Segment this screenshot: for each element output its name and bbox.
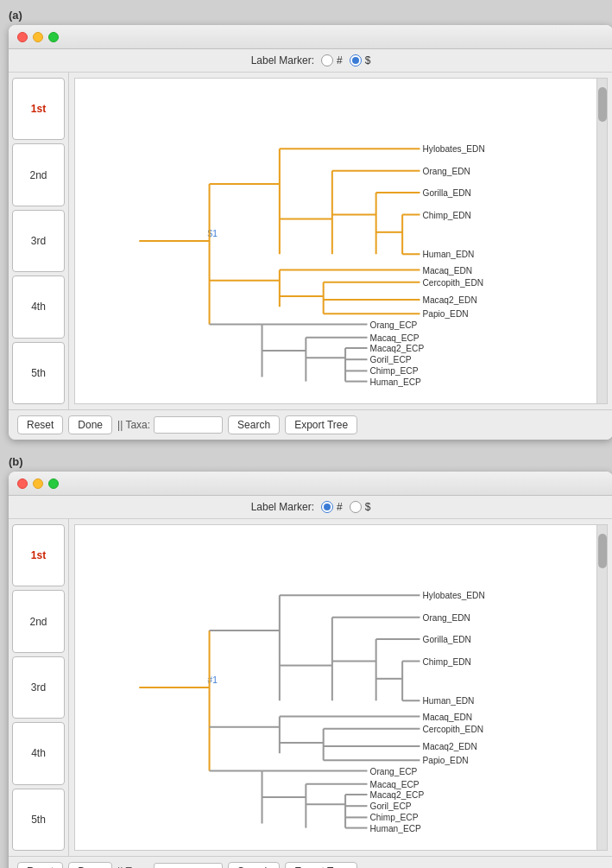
- hash-label-a: #: [337, 54, 343, 67]
- search-button-b[interactable]: Search: [228, 862, 280, 868]
- reset-button-a[interactable]: Reset: [17, 415, 63, 434]
- svg-text:Orang_EDN: Orang_EDN: [423, 167, 470, 176]
- hash-label-b: #: [337, 501, 343, 513]
- sidebar-item-4th-a[interactable]: 4th: [12, 276, 65, 338]
- radio-group-hash-a[interactable]: #: [321, 54, 343, 67]
- taxa-group-a: || Taxa:: [117, 416, 223, 434]
- label-marker-text-a: Label Marker:: [251, 54, 314, 67]
- toolbar-b: Reset Done || Taxa: Search Export Tree: [9, 856, 612, 868]
- titlebar-b: [9, 472, 612, 496]
- sidebar-item-1st-a[interactable]: 1st: [12, 78, 65, 140]
- radio-dollar-b[interactable]: [350, 501, 362, 513]
- svg-text:Hylobates_EDN: Hylobates_EDN: [423, 591, 485, 600]
- scrollbar-thumb-b[interactable]: [598, 534, 607, 568]
- sidebar-item-5th-a[interactable]: 5th: [12, 342, 65, 404]
- minimize-button-a[interactable]: [33, 32, 43, 42]
- svg-text:Orang_ECP: Orang_ECP: [370, 320, 418, 330]
- svg-text:Macaq_EDN: Macaq_EDN: [423, 713, 473, 722]
- sidebar-item-2nd-b[interactable]: 2nd: [12, 590, 65, 652]
- svg-text:Chimp_ECP: Chimp_ECP: [370, 813, 419, 822]
- svg-text:Human_EDN: Human_EDN: [423, 696, 475, 706]
- svg-text:Goril_ECP: Goril_ECP: [370, 801, 412, 811]
- radio-group-dollar-b[interactable]: $: [350, 501, 371, 513]
- svg-text:Macaq2_EDN: Macaq2_EDN: [423, 742, 477, 751]
- close-button-b[interactable]: [17, 478, 28, 489]
- tree-area-b: #1 Hylobates_EDN Orang_EDN: [74, 524, 608, 851]
- svg-text:Macaq2_ECP: Macaq2_ECP: [370, 344, 425, 353]
- taxa-label-a: || Taxa:: [117, 419, 150, 431]
- radio-dollar-a[interactable]: [350, 54, 362, 67]
- taxa-group-b: || Taxa:: [117, 863, 223, 868]
- svg-text:Cercopith_EDN: Cercopith_EDN: [423, 725, 484, 734]
- tree-svg-b: #1 Hylobates_EDN Orang_EDN: [75, 525, 607, 850]
- window-body-a: 1st 2nd 3rd 4th 5th $1: [9, 73, 612, 409]
- sidebar-a: 1st 2nd 3rd 4th 5th: [9, 73, 69, 409]
- sidebar-item-1st-b[interactable]: 1st: [12, 524, 65, 586]
- svg-text:Human_ECP: Human_ECP: [370, 824, 421, 833]
- svg-text:Chimp_EDN: Chimp_EDN: [423, 657, 471, 667]
- tree-area-a: $1 Hylobates_EDN Orang_EDN: [74, 78, 608, 404]
- sidebar-item-2nd-a[interactable]: 2nd: [12, 143, 65, 206]
- radio-group-dollar-a[interactable]: $: [350, 54, 371, 67]
- export-button-a[interactable]: Export Tree: [285, 415, 357, 434]
- svg-text:Papio_EDN: Papio_EDN: [423, 756, 469, 765]
- svg-text:Macaq_ECP: Macaq_ECP: [370, 333, 420, 343]
- svg-text:Cercopith_EDN: Cercopith_EDN: [423, 278, 484, 288]
- svg-text:Papio_EDN: Papio_EDN: [423, 309, 469, 319]
- sidebar-item-4th-b[interactable]: 4th: [12, 722, 65, 784]
- svg-text:Macaq2_EDN: Macaq2_EDN: [423, 295, 477, 305]
- sidebar-item-3rd-a[interactable]: 3rd: [12, 210, 65, 272]
- scrollbar-b[interactable]: [596, 525, 607, 850]
- close-button-a[interactable]: [17, 32, 28, 42]
- label-marker-text-b: Label Marker:: [251, 501, 314, 513]
- toolbar-a: Reset Done || Taxa: Search Export Tree: [9, 409, 612, 440]
- radio-hash-b[interactable]: [321, 501, 333, 513]
- dollar-label-a: $: [365, 54, 371, 67]
- svg-text:Orang_ECP: Orang_ECP: [370, 767, 418, 776]
- titlebar-a: [9, 25, 612, 49]
- done-button-b[interactable]: Done: [68, 862, 112, 868]
- svg-text:Orang_EDN: Orang_EDN: [423, 613, 470, 623]
- search-button-a[interactable]: Search: [228, 415, 280, 434]
- sidebar-item-3rd-b[interactable]: 3rd: [12, 656, 65, 719]
- window-a: Label Marker: # $ 1st 2nd 3rd 4th 5th: [9, 25, 612, 440]
- svg-text:Goril_ECP: Goril_ECP: [370, 355, 412, 364]
- section-b-label: (b): [9, 455, 603, 468]
- maximize-button-a[interactable]: [48, 32, 59, 42]
- scrollbar-a[interactable]: [596, 79, 607, 403]
- radio-group-hash-b[interactable]: #: [321, 501, 343, 513]
- minimize-button-b[interactable]: [33, 478, 43, 489]
- taxa-input-a[interactable]: [154, 416, 223, 434]
- traffic-lights-b: [17, 478, 59, 489]
- scrollbar-thumb-a[interactable]: [598, 87, 607, 122]
- window-body-b: 1st 2nd 3rd 4th 5th #1 Hylobates_EDN: [9, 519, 612, 856]
- svg-text:Gorilla_EDN: Gorilla_EDN: [423, 188, 471, 198]
- traffic-lights-a: [17, 32, 59, 42]
- label-marker-bar-b: Label Marker: # $: [9, 496, 612, 519]
- window-b: Label Marker: # $ 1st 2nd 3rd 4th 5th #1: [9, 472, 612, 868]
- radio-hash-a[interactable]: [321, 54, 333, 67]
- section-a-label: (a): [9, 9, 603, 22]
- svg-text:Macaq_EDN: Macaq_EDN: [423, 266, 473, 276]
- done-button-a[interactable]: Done: [68, 415, 112, 434]
- export-button-b[interactable]: Export Tree: [285, 862, 357, 868]
- svg-text:Human_EDN: Human_EDN: [423, 250, 475, 259]
- svg-text:Hylobates_EDN: Hylobates_EDN: [423, 144, 485, 154]
- svg-text:Macaq2_ECP: Macaq2_ECP: [370, 790, 425, 800]
- svg-text:Chimp_EDN: Chimp_EDN: [423, 211, 471, 220]
- svg-text:Gorilla_EDN: Gorilla_EDN: [423, 635, 471, 644]
- taxa-input-b[interactable]: [154, 863, 223, 868]
- sidebar-b: 1st 2nd 3rd 4th 5th: [9, 519, 69, 856]
- svg-text:Human_ECP: Human_ECP: [370, 377, 421, 387]
- svg-text:Macaq_ECP: Macaq_ECP: [370, 780, 420, 789]
- tree-svg-a: $1 Hylobates_EDN Orang_EDN: [75, 79, 607, 403]
- svg-text:Chimp_ECP: Chimp_ECP: [370, 366, 419, 376]
- dollar-label-b: $: [365, 501, 371, 513]
- reset-button-b[interactable]: Reset: [17, 862, 63, 868]
- label-marker-bar-a: Label Marker: # $: [9, 49, 612, 73]
- maximize-button-b[interactable]: [48, 478, 59, 489]
- sidebar-item-5th-b[interactable]: 5th: [12, 789, 65, 851]
